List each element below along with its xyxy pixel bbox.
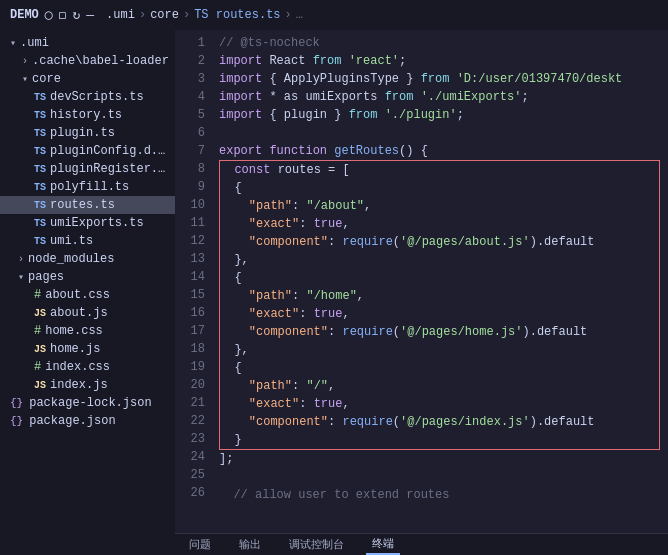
code-line-21: "exact": true, [220,395,659,413]
ts-icon: TS [34,146,46,157]
sidebar-item-pluginconfig[interactable]: TS pluginConfig.d.ts [0,142,175,160]
ts-icon: TS [34,200,46,211]
chevron-down-icon: ▾ [10,37,16,49]
sidebar-item-home-js[interactable]: JS home.js [0,340,175,358]
breadcrumb-routes[interactable]: TS routes.ts [194,8,280,22]
code-line-24: ]; [219,450,660,468]
sidebar-item-index-js[interactable]: JS index.js [0,376,175,394]
ts-icon: TS [34,110,46,121]
sidebar-item-polyfill[interactable]: TS polyfill.ts [0,178,175,196]
title-bar-left: DEMO ◯ ◻ ↻ — [10,7,94,23]
ts-icon: TS [34,218,46,229]
code-line-14: { [220,269,659,287]
code-line-2: import React from 'react'; [219,52,660,70]
status-tab-terminal[interactable]: 终端 [366,534,400,555]
hash-icon: # [34,288,41,302]
sidebar-item-about-js[interactable]: JS about.js [0,304,175,322]
hash-icon: # [34,360,41,374]
code-line-5: import { plugin } from './plugin'; [219,106,660,124]
title-bar: DEMO ◯ ◻ ↻ — .umi › core › TS routes.ts … [0,0,668,30]
breadcrumb-ellipsis: … [296,8,303,22]
chevron-down-icon-pages: ▾ [18,271,24,283]
sidebar-item-about-css[interactable]: # about.css [0,286,175,304]
js-icon: JS [34,380,46,391]
code-area[interactable]: 12345 678910 1112131415 1617181920 21222… [175,30,668,533]
sidebar-item-devscripts[interactable]: TS devScripts.ts [0,88,175,106]
ts-icon: TS [34,236,46,247]
status-bar: 问题 输出 调试控制台 终端 [175,533,668,555]
code-line-22: "component": require('@/pages/index.js')… [220,413,659,431]
chevron-down-icon-core: ▾ [22,73,28,85]
braces-icon: {} [10,415,23,427]
refresh-icon[interactable]: ↻ [72,7,80,23]
chevron-right-icon: › [22,56,28,67]
sidebar: ▾ .umi › .cache\babel-loader ▾ core TS [0,30,175,555]
code-line-9: { [220,179,659,197]
code-line-4: import * as umiExports from './umiExport… [219,88,660,106]
sidebar-item-cache[interactable]: › .cache\babel-loader [0,52,175,70]
chevron-right-icon-nm: › [18,254,24,265]
sidebar-item-pages[interactable]: ▾ pages [0,268,175,286]
code-line-1: // @ts-nocheck [219,34,660,52]
collapse-icon[interactable]: — [86,8,94,23]
sidebar-item-routes[interactable]: TS routes.ts [0,196,175,214]
code-line-7: export function getRoutes() { [219,142,660,160]
sidebar-item-plugin[interactable]: TS plugin.ts [0,124,175,142]
hash-icon: # [34,324,41,338]
code-line-12: "component": require('@/pages/about.js')… [220,233,659,251]
code-line-11: "exact": true, [220,215,659,233]
ts-icon: TS [34,128,46,139]
sidebar-item-node-modules[interactable]: › node_modules [0,250,175,268]
new-folder-icon[interactable]: ◻ [59,7,67,23]
code-line-6 [219,124,660,142]
sidebar-item-pkg-lock[interactable]: {} package-lock.json [0,394,175,412]
code-line-8: const routes = [ [220,161,659,179]
js-icon: JS [34,344,46,355]
js-icon: JS [34,308,46,319]
code-line-10: "path": "/about", [220,197,659,215]
sidebar-item-index-css[interactable]: # index.css [0,358,175,376]
breadcrumb-core[interactable]: core [150,8,179,22]
code-line-17: "component": require('@/pages/home.js').… [220,323,659,341]
code-line-15: "path": "/home", [220,287,659,305]
sidebar-item-umi-ts[interactable]: TS umi.ts [0,232,175,250]
ts-icon: TS [34,182,46,193]
status-tab-issues[interactable]: 问题 [183,535,217,554]
code-line-20: "path": "/", [220,377,659,395]
code-line-18: }, [220,341,659,359]
code-line-26: // allow user to extend routes [219,486,660,504]
sidebar-item-umiexports[interactable]: TS umiExports.ts [0,214,175,232]
sidebar-item-home-css[interactable]: # home.css [0,322,175,340]
sidebar-item-pluginregister[interactable]: TS pluginRegister.ts [0,160,175,178]
new-file-icon[interactable]: ◯ [45,7,53,23]
sidebar-item-core[interactable]: ▾ core [0,70,175,88]
editor: 12345 678910 1112131415 1617181920 21222… [175,30,668,555]
demo-label: DEMO [10,8,39,22]
breadcrumb-umi[interactable]: .umi [106,8,135,22]
code-content[interactable]: // @ts-nocheck import React from 'react'… [211,30,668,533]
code-line-25 [219,468,660,486]
code-line-16: "exact": true, [220,305,659,323]
breadcrumb: .umi › core › TS routes.ts › … [106,8,658,22]
main-layout: ▾ .umi › .cache\babel-loader ▾ core TS [0,30,668,555]
title-icons: ◯ ◻ ↻ — [45,7,94,23]
sidebar-item-pkg[interactable]: {} package.json [0,412,175,430]
code-line-3: import { ApplyPluginsType } from 'D:/use… [219,70,660,88]
line-numbers: 12345 678910 1112131415 1617181920 21222… [175,30,211,533]
code-line-13: }, [220,251,659,269]
sidebar-item-history[interactable]: TS history.ts [0,106,175,124]
status-tab-debug-console[interactable]: 调试控制台 [283,535,350,554]
code-line-23: } [220,431,659,449]
ts-icon: TS [34,92,46,103]
braces-icon: {} [10,397,23,409]
ts-icon: TS [34,164,46,175]
status-tab-output[interactable]: 输出 [233,535,267,554]
sidebar-item-umi-root[interactable]: ▾ .umi [0,34,175,52]
code-line-19: { [220,359,659,377]
